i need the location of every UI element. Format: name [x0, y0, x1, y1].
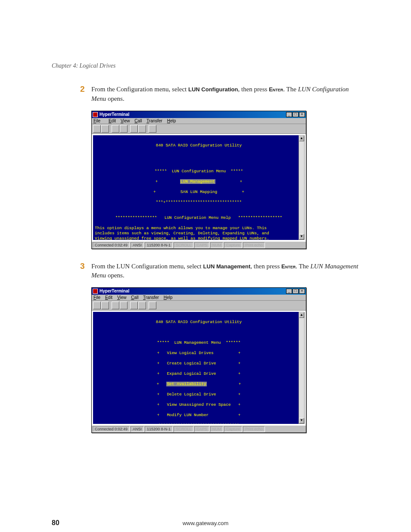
disconnect-icon[interactable]	[120, 125, 128, 133]
menu-call[interactable]: Call	[131, 295, 138, 300]
connect-icon[interactable]	[112, 125, 119, 133]
menu-item[interactable]: + Create Logical Drive +	[95, 361, 303, 366]
menu-file[interactable]: File	[93, 295, 100, 300]
menu-view[interactable]: View	[117, 295, 127, 300]
close-button[interactable]: ×	[299, 112, 305, 117]
t: . The	[296, 263, 310, 270]
new-icon[interactable]	[93, 125, 101, 133]
menu-item[interactable]: + Expand Logical Drive +	[95, 371, 303, 376]
send-icon[interactable]	[130, 125, 138, 133]
key-enter: Enter	[269, 86, 283, 93]
maximize-button[interactable]: □	[293, 289, 299, 294]
help-body: This option displays a menu which allows…	[95, 226, 267, 230]
t: From the Configuration menu, select	[91, 86, 188, 93]
terminal-screen[interactable]: 840 SATA RAID Configuration Utility ****…	[93, 135, 305, 240]
menu-view[interactable]: View	[121, 118, 130, 123]
open-icon[interactable]	[101, 302, 109, 309]
menu-transfer[interactable]: Transfer	[146, 118, 162, 123]
status-capture: Capture	[224, 426, 242, 432]
util-title: 840 SATA RAID Configuration Utility	[95, 143, 303, 148]
status-connected: Connected 0:02:49	[93, 242, 130, 248]
scroll-track[interactable]	[299, 318, 304, 418]
menu-help[interactable]: Help	[167, 118, 176, 123]
menu-help[interactable]: Help	[164, 295, 173, 300]
util-title: 840 SATA RAID Configuration Utility	[95, 320, 303, 325]
step-number: 2	[80, 84, 85, 94]
scroll-up-button[interactable]: ▲	[299, 312, 304, 318]
menu-edit[interactable]: Edit	[105, 295, 112, 300]
t: +	[157, 382, 167, 386]
properties-icon[interactable]	[149, 125, 156, 133]
status-bar: Connected 0:02:49 ANSI 115200 8-N-1 SCRO…	[92, 241, 306, 249]
title-bar: HyperTerminal _ □ ×	[92, 288, 306, 295]
window-title: HyperTerminal	[100, 288, 286, 295]
t: opens.	[106, 272, 125, 279]
app-icon	[93, 289, 98, 294]
help-body: includes items such as viewing, Creating…	[95, 231, 269, 236]
status-line: 115200 8-N-1	[145, 426, 173, 432]
resize-grip[interactable]	[299, 426, 305, 432]
status-capture: Capture	[224, 242, 242, 248]
t: From the LUN Configuration menu, select	[91, 263, 203, 270]
term-bold: LUN Management	[203, 263, 251, 270]
status-emulation: ANSI	[131, 242, 144, 248]
resize-grip[interactable]	[299, 242, 305, 248]
t: +	[156, 179, 180, 184]
maximize-button[interactable]: □	[293, 112, 299, 117]
step-3: 3 From the LUN Configuration menu, selec…	[91, 262, 359, 281]
minimize-button[interactable]: _	[286, 289, 292, 294]
scroll-down-button[interactable]: ▼	[299, 418, 304, 423]
receive-icon[interactable]	[138, 125, 146, 133]
send-icon[interactable]	[130, 302, 138, 309]
step-2: 2 From the Configuration menu, select LU…	[91, 85, 359, 104]
connect-icon[interactable]	[112, 302, 119, 309]
menu-transfer[interactable]: Transfer	[143, 295, 159, 300]
menu-border: ***+*******************************	[95, 200, 303, 205]
scrollbar[interactable]: ▲ ▼	[299, 312, 305, 424]
menu-file[interactable]: File	[93, 118, 104, 123]
menu-item[interactable]: + Modify LUN Number +	[95, 413, 303, 418]
status-scroll: SCROLL	[174, 426, 193, 432]
menu-title: ***** LUN Configuration Menu *****	[95, 169, 303, 174]
menu-item[interactable]: + Delete Logical Drive +	[95, 392, 303, 397]
scroll-track[interactable]	[299, 141, 304, 234]
receive-icon[interactable]	[138, 302, 146, 309]
menu-item[interactable]: + View Unassigned Free Space +	[95, 402, 303, 408]
new-icon[interactable]	[93, 302, 101, 309]
help-body: Viewing unassigned free space, as well a…	[95, 236, 269, 240]
t: , then press	[238, 86, 269, 93]
scroll-up-button[interactable]: ▲	[299, 136, 304, 141]
menu-call[interactable]: Call	[134, 118, 142, 123]
disconnect-icon[interactable]	[120, 302, 128, 309]
page-number: 80	[52, 519, 86, 527]
toolbar	[92, 124, 306, 134]
toolbar	[92, 301, 306, 311]
term-bold: LUN Configuration	[188, 86, 238, 93]
menu-item[interactable]: + View Logical Drives +	[95, 351, 303, 356]
minimize-button[interactable]: _	[286, 112, 292, 117]
menu-item[interactable]: + SAN LUN Mapping +	[95, 190, 303, 195]
menu-edit[interactable]: Edit	[109, 118, 116, 123]
open-icon[interactable]	[101, 125, 109, 133]
t: +	[215, 179, 243, 184]
menu-title: ***** LUN Management Menu ******	[95, 340, 303, 345]
scroll-down-button[interactable]: ▼	[299, 234, 304, 240]
status-echo: Print echo	[243, 426, 265, 432]
page-footer: 80 www.gateway.com	[52, 519, 359, 527]
menu-bar: File Edit View Call Transfer Help	[92, 118, 306, 124]
scrollbar[interactable]: ▲ ▼	[299, 135, 305, 240]
status-caps: CAPS	[194, 242, 209, 248]
t: , then press	[250, 263, 281, 270]
terminal-screen[interactable]: 840 SATA RAID Configuration Utility ****…	[93, 312, 305, 424]
status-num: NUM	[210, 426, 224, 432]
title-bar: HyperTerminal _ □ ×	[92, 111, 306, 118]
selected-item[interactable]: LUN Management	[180, 179, 215, 184]
properties-icon[interactable]	[149, 302, 156, 309]
status-echo: Print echo	[243, 242, 265, 248]
key-enter: Enter	[281, 263, 296, 270]
status-scroll: SCROLL	[174, 242, 193, 248]
step-text: From the LUN Configuration menu, select …	[91, 262, 359, 281]
selected-item[interactable]: Set Availability	[166, 382, 206, 386]
close-button[interactable]: ×	[299, 289, 305, 294]
t: . The	[283, 86, 298, 93]
